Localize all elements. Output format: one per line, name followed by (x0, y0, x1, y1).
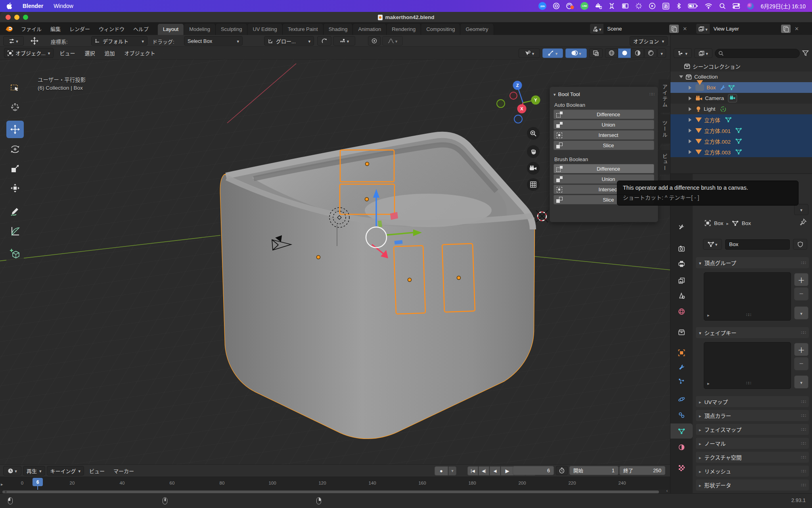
tool-transform[interactable] (6, 179, 24, 197)
panel-face-maps[interactable]: フェイスマップ (696, 424, 809, 435)
shape-keys-list[interactable] (704, 342, 791, 389)
apple-logo-icon[interactable] (6, 2, 12, 10)
outliner-row-box[interactable]: Box (670, 82, 812, 93)
shape-keys-panel-header[interactable]: シェイプキー (696, 327, 809, 338)
tab-view-layer[interactable] (670, 273, 693, 288)
shading-solid-button[interactable] (618, 48, 631, 58)
outliner-row-cube-002[interactable]: 立方体.002 (670, 136, 812, 146)
auto-keying-dropdown[interactable] (448, 466, 456, 475)
timeline-ruler[interactable]: 0 20 40 60 80 100 120 140 160 180 200 22… (0, 477, 670, 490)
timeline-marker-menu[interactable]: マーカー (110, 466, 138, 476)
start-frame-field[interactable]: 開始1 (569, 466, 619, 475)
proportional-falloff-dropdown[interactable] (382, 36, 403, 46)
panel-vertex-colors[interactable]: 頂点カラー (696, 410, 809, 421)
breadcrumb-data-name[interactable]: Box (742, 220, 751, 226)
vertex-groups-panel-header[interactable]: 頂点グループ (696, 257, 809, 268)
panel-drag-handle[interactable] (649, 92, 654, 97)
camera-data-badge[interactable] (728, 94, 737, 102)
battery-icon[interactable] (688, 2, 698, 10)
transform-orientation-dropdown[interactable]: デフォルト (91, 36, 147, 46)
auto-slice-button[interactable]: Slice (553, 140, 654, 150)
view-layer-name[interactable]: View Layer (710, 26, 781, 32)
tab-modifiers[interactable] (670, 360, 693, 375)
control-center-icon[interactable] (732, 2, 740, 10)
viewport-menu-add[interactable]: 追加 (101, 48, 118, 58)
overlays-dropdown[interactable] (565, 48, 587, 58)
keying-menu[interactable]: キーイング (47, 466, 84, 475)
compass-icon[interactable] (553, 2, 560, 10)
panel-uv-maps[interactable]: UVマップ (696, 396, 809, 407)
ime-japanese-icon[interactable]: あ (662, 2, 670, 10)
pivot-point-dropdown[interactable]: グロー... (264, 36, 314, 46)
tab-material[interactable] (670, 440, 693, 455)
list-resize-grip[interactable] (746, 312, 751, 318)
mesh-data-icon[interactable] (735, 138, 742, 144)
outliner-row-cube-001[interactable]: 立方体.001 (670, 125, 812, 136)
list-filter-expand-icon[interactable] (707, 311, 710, 318)
workspace-tab-modeling[interactable]: Modeling (184, 24, 216, 35)
workspace-tab-rendering[interactable]: Rendering (387, 24, 421, 35)
mesh-data-icon[interactable] (725, 117, 732, 123)
expand-icon[interactable] (689, 150, 691, 154)
camera-view-button[interactable] (527, 162, 540, 175)
tab-output[interactable] (670, 256, 693, 271)
drag-mode-dropdown[interactable]: Select Box (184, 36, 243, 46)
mesh-data-icon[interactable] (735, 127, 742, 133)
orthographic-toggle-button[interactable] (527, 178, 540, 191)
tab-object-data[interactable] (670, 423, 693, 439)
tab-scene[interactable] (670, 288, 693, 303)
nav-axis-neg-x[interactable] (510, 92, 517, 99)
outliner-row-cube[interactable]: 立方体 (670, 114, 812, 125)
zoom-view-button[interactable] (527, 127, 540, 140)
sidebar-tab-item[interactable]: アイテム (659, 79, 670, 113)
auto-union-button[interactable]: Union (553, 120, 654, 129)
tool-rotate[interactable] (6, 140, 24, 158)
nav-axis-neg-y[interactable] (497, 100, 505, 108)
settings-burst-icon[interactable] (635, 2, 642, 10)
editor-type-dropdown[interactable] (3, 466, 21, 475)
tool-select-box[interactable] (6, 79, 24, 97)
modifier-wrench-icon[interactable] (720, 85, 726, 91)
playback-menu[interactable]: 再生 (23, 466, 45, 475)
remove-view-layer-button[interactable]: ✕ (792, 26, 802, 32)
panel-normals[interactable]: ノーマル (696, 438, 809, 449)
zoom-app-icon[interactable]: zm (538, 2, 546, 10)
menu-render[interactable]: レンダー (66, 23, 94, 34)
tab-particles[interactable] (670, 374, 693, 389)
filter-funnel-icon[interactable] (802, 50, 809, 56)
new-scene-button[interactable] (669, 25, 679, 33)
light-data-icon[interactable] (720, 106, 726, 112)
wifi-icon[interactable] (705, 2, 712, 10)
snap-settings-dropdown[interactable] (333, 36, 355, 46)
menu-window[interactable]: ウィンドウ (95, 23, 128, 34)
spotlight-search-icon[interactable] (719, 2, 726, 10)
tab-object[interactable] (670, 345, 693, 360)
workspace-tab-compositing[interactable]: Compositing (421, 24, 460, 35)
workspace-tab-geometry[interactable]: Geometry (460, 24, 494, 35)
workspace-tab-texture-paint[interactable]: Texture Paint (283, 24, 324, 35)
play-circle-icon[interactable] (649, 2, 656, 10)
outliner-display-mode-dropdown[interactable] (674, 48, 692, 58)
viewport-menu-object[interactable]: オブジェクト (121, 48, 159, 58)
tool-scale[interactable] (6, 160, 24, 177)
outliner-search-input[interactable] (715, 49, 800, 58)
jump-to-start-button[interactable]: |◀ (467, 466, 478, 475)
tool-move[interactable] (6, 121, 24, 138)
tab-render[interactable] (670, 241, 693, 256)
previous-keyframe-button[interactable]: ◀| (479, 466, 489, 475)
breadcrumb-object-name[interactable]: Box (714, 220, 723, 226)
mesh-data-icon[interactable] (728, 85, 735, 90)
playhead-current-frame[interactable]: 6 (33, 478, 43, 486)
mesh-datablock-dropdown[interactable] (703, 239, 722, 250)
expand-icon[interactable] (689, 139, 691, 143)
play-reverse-button[interactable]: ◀ (490, 466, 500, 475)
expand-icon[interactable] (689, 86, 691, 90)
remove-shape-key-button[interactable]: − (794, 357, 808, 370)
mesh-data-icon[interactable] (735, 149, 742, 155)
menu-edit[interactable]: 編集 (47, 23, 64, 34)
shading-wireframe-button[interactable] (605, 48, 618, 58)
shading-rendered-button[interactable] (644, 48, 657, 58)
brush-difference-button[interactable]: Difference (553, 164, 654, 173)
auto-intersect-button[interactable]: Intersect (553, 130, 654, 140)
viewport-menu-view[interactable]: ビュー (56, 48, 79, 58)
